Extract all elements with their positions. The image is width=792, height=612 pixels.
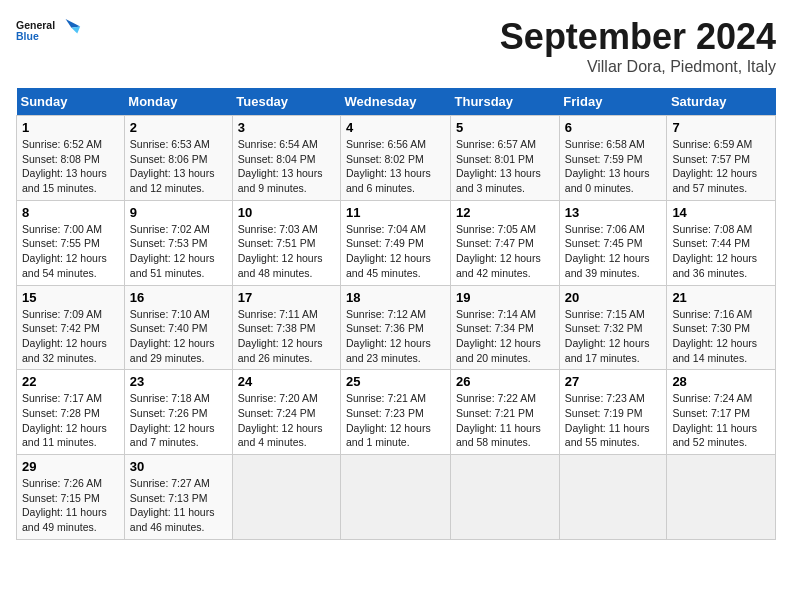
day-number: 23 — [130, 374, 227, 389]
calendar-cell — [667, 455, 776, 540]
day-detail: Sunrise: 7:04 AMSunset: 7:49 PMDaylight:… — [346, 223, 431, 279]
day-number: 8 — [22, 205, 119, 220]
day-number: 30 — [130, 459, 227, 474]
day-header-monday: Monday — [124, 88, 232, 116]
day-number: 22 — [22, 374, 119, 389]
calendar-cell: 25 Sunrise: 7:21 AMSunset: 7:23 PMDaylig… — [341, 370, 451, 455]
day-detail: Sunrise: 7:14 AMSunset: 7:34 PMDaylight:… — [456, 308, 541, 364]
day-header-tuesday: Tuesday — [232, 88, 340, 116]
day-detail: Sunrise: 6:54 AMSunset: 8:04 PMDaylight:… — [238, 138, 323, 194]
title-area: September 2024 Villar Dora, Piedmont, It… — [500, 16, 776, 76]
calendar-week-row: 15 Sunrise: 7:09 AMSunset: 7:42 PMDaylig… — [17, 285, 776, 370]
day-header-wednesday: Wednesday — [341, 88, 451, 116]
month-title: September 2024 — [500, 16, 776, 58]
day-detail: Sunrise: 7:05 AMSunset: 7:47 PMDaylight:… — [456, 223, 541, 279]
calendar-cell — [341, 455, 451, 540]
day-number: 17 — [238, 290, 335, 305]
calendar-table: SundayMondayTuesdayWednesdayThursdayFrid… — [16, 88, 776, 540]
day-header-saturday: Saturday — [667, 88, 776, 116]
day-number: 1 — [22, 120, 119, 135]
day-detail: Sunrise: 7:18 AMSunset: 7:26 PMDaylight:… — [130, 392, 215, 448]
day-detail: Sunrise: 6:52 AMSunset: 8:08 PMDaylight:… — [22, 138, 107, 194]
day-number: 2 — [130, 120, 227, 135]
day-number: 26 — [456, 374, 554, 389]
logo-icon: General Blue — [16, 16, 86, 48]
svg-marker-3 — [71, 26, 80, 33]
calendar-cell: 6 Sunrise: 6:58 AMSunset: 7:59 PMDayligh… — [559, 116, 667, 201]
day-detail: Sunrise: 7:09 AMSunset: 7:42 PMDaylight:… — [22, 308, 107, 364]
calendar-cell: 12 Sunrise: 7:05 AMSunset: 7:47 PMDaylig… — [451, 200, 560, 285]
day-detail: Sunrise: 7:22 AMSunset: 7:21 PMDaylight:… — [456, 392, 541, 448]
calendar-cell: 17 Sunrise: 7:11 AMSunset: 7:38 PMDaylig… — [232, 285, 340, 370]
day-detail: Sunrise: 7:02 AMSunset: 7:53 PMDaylight:… — [130, 223, 215, 279]
day-number: 5 — [456, 120, 554, 135]
day-detail: Sunrise: 7:27 AMSunset: 7:13 PMDaylight:… — [130, 477, 215, 533]
calendar-cell: 24 Sunrise: 7:20 AMSunset: 7:24 PMDaylig… — [232, 370, 340, 455]
day-number: 21 — [672, 290, 770, 305]
day-detail: Sunrise: 6:59 AMSunset: 7:57 PMDaylight:… — [672, 138, 757, 194]
calendar-cell: 1 Sunrise: 6:52 AMSunset: 8:08 PMDayligh… — [17, 116, 125, 201]
day-number: 18 — [346, 290, 445, 305]
calendar-cell: 28 Sunrise: 7:24 AMSunset: 7:17 PMDaylig… — [667, 370, 776, 455]
day-detail: Sunrise: 7:03 AMSunset: 7:51 PMDaylight:… — [238, 223, 323, 279]
day-detail: Sunrise: 7:17 AMSunset: 7:28 PMDaylight:… — [22, 392, 107, 448]
calendar-cell: 15 Sunrise: 7:09 AMSunset: 7:42 PMDaylig… — [17, 285, 125, 370]
day-detail: Sunrise: 7:00 AMSunset: 7:55 PMDaylight:… — [22, 223, 107, 279]
calendar-cell: 18 Sunrise: 7:12 AMSunset: 7:36 PMDaylig… — [341, 285, 451, 370]
calendar-cell: 7 Sunrise: 6:59 AMSunset: 7:57 PMDayligh… — [667, 116, 776, 201]
calendar-cell: 19 Sunrise: 7:14 AMSunset: 7:34 PMDaylig… — [451, 285, 560, 370]
calendar-cell — [232, 455, 340, 540]
calendar-cell: 3 Sunrise: 6:54 AMSunset: 8:04 PMDayligh… — [232, 116, 340, 201]
day-header-friday: Friday — [559, 88, 667, 116]
calendar-cell: 10 Sunrise: 7:03 AMSunset: 7:51 PMDaylig… — [232, 200, 340, 285]
day-number: 16 — [130, 290, 227, 305]
calendar-cell: 21 Sunrise: 7:16 AMSunset: 7:30 PMDaylig… — [667, 285, 776, 370]
calendar-header-row: SundayMondayTuesdayWednesdayThursdayFrid… — [17, 88, 776, 116]
logo: General Blue — [16, 16, 86, 48]
day-number: 13 — [565, 205, 662, 220]
day-number: 14 — [672, 205, 770, 220]
day-number: 11 — [346, 205, 445, 220]
day-number: 3 — [238, 120, 335, 135]
day-number: 25 — [346, 374, 445, 389]
page-header: General Blue September 2024 Villar Dora,… — [16, 16, 776, 76]
svg-marker-2 — [66, 19, 81, 28]
calendar-cell: 4 Sunrise: 6:56 AMSunset: 8:02 PMDayligh… — [341, 116, 451, 201]
day-detail: Sunrise: 7:15 AMSunset: 7:32 PMDaylight:… — [565, 308, 650, 364]
day-number: 19 — [456, 290, 554, 305]
calendar-week-row: 1 Sunrise: 6:52 AMSunset: 8:08 PMDayligh… — [17, 116, 776, 201]
day-number: 6 — [565, 120, 662, 135]
day-number: 15 — [22, 290, 119, 305]
day-detail: Sunrise: 6:57 AMSunset: 8:01 PMDaylight:… — [456, 138, 541, 194]
day-detail: Sunrise: 7:20 AMSunset: 7:24 PMDaylight:… — [238, 392, 323, 448]
calendar-cell: 11 Sunrise: 7:04 AMSunset: 7:49 PMDaylig… — [341, 200, 451, 285]
calendar-cell: 27 Sunrise: 7:23 AMSunset: 7:19 PMDaylig… — [559, 370, 667, 455]
day-number: 7 — [672, 120, 770, 135]
day-header-thursday: Thursday — [451, 88, 560, 116]
day-detail: Sunrise: 7:23 AMSunset: 7:19 PMDaylight:… — [565, 392, 650, 448]
calendar-cell: 16 Sunrise: 7:10 AMSunset: 7:40 PMDaylig… — [124, 285, 232, 370]
day-number: 24 — [238, 374, 335, 389]
day-detail: Sunrise: 6:53 AMSunset: 8:06 PMDaylight:… — [130, 138, 215, 194]
day-number: 27 — [565, 374, 662, 389]
calendar-week-row: 8 Sunrise: 7:00 AMSunset: 7:55 PMDayligh… — [17, 200, 776, 285]
location-title: Villar Dora, Piedmont, Italy — [500, 58, 776, 76]
day-detail: Sunrise: 7:26 AMSunset: 7:15 PMDaylight:… — [22, 477, 107, 533]
calendar-week-row: 29 Sunrise: 7:26 AMSunset: 7:15 PMDaylig… — [17, 455, 776, 540]
day-detail: Sunrise: 7:08 AMSunset: 7:44 PMDaylight:… — [672, 223, 757, 279]
calendar-cell: 20 Sunrise: 7:15 AMSunset: 7:32 PMDaylig… — [559, 285, 667, 370]
calendar-cell: 14 Sunrise: 7:08 AMSunset: 7:44 PMDaylig… — [667, 200, 776, 285]
calendar-cell: 29 Sunrise: 7:26 AMSunset: 7:15 PMDaylig… — [17, 455, 125, 540]
day-detail: Sunrise: 7:24 AMSunset: 7:17 PMDaylight:… — [672, 392, 757, 448]
calendar-cell: 5 Sunrise: 6:57 AMSunset: 8:01 PMDayligh… — [451, 116, 560, 201]
calendar-cell — [451, 455, 560, 540]
day-detail: Sunrise: 6:56 AMSunset: 8:02 PMDaylight:… — [346, 138, 431, 194]
calendar-week-row: 22 Sunrise: 7:17 AMSunset: 7:28 PMDaylig… — [17, 370, 776, 455]
day-detail: Sunrise: 6:58 AMSunset: 7:59 PMDaylight:… — [565, 138, 650, 194]
calendar-cell: 13 Sunrise: 7:06 AMSunset: 7:45 PMDaylig… — [559, 200, 667, 285]
day-number: 29 — [22, 459, 119, 474]
svg-text:General: General — [16, 20, 55, 31]
calendar-cell: 2 Sunrise: 6:53 AMSunset: 8:06 PMDayligh… — [124, 116, 232, 201]
day-header-sunday: Sunday — [17, 88, 125, 116]
calendar-cell: 8 Sunrise: 7:00 AMSunset: 7:55 PMDayligh… — [17, 200, 125, 285]
